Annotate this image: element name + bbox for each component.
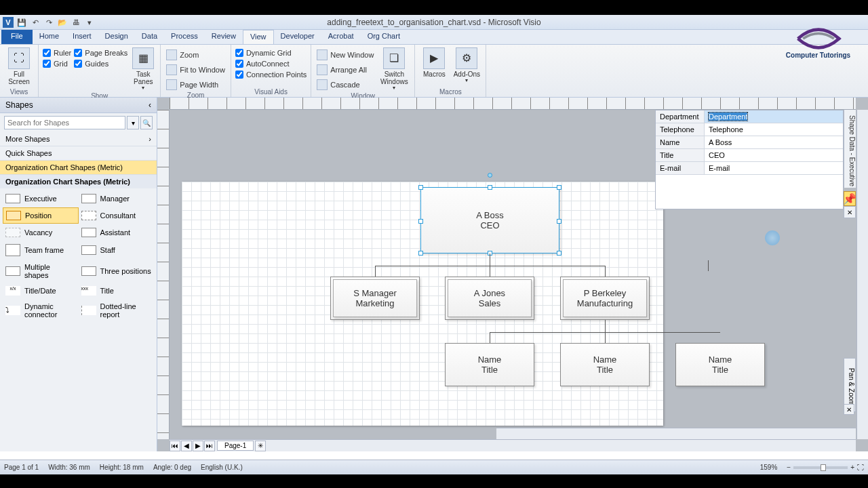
- pagebreaks-checkbox[interactable]: Page Breaks: [74, 49, 127, 57]
- page-width-button[interactable]: Page Width: [165, 79, 226, 91]
- tab-insert[interactable]: Insert: [66, 30, 98, 44]
- shapes-panel: Shapes ‹ ▾ 🔍 More Shapes› Quick Shapes O…: [0, 98, 157, 451]
- shape-data-window[interactable]: DepartmentDepartment TelephoneTelephone …: [655, 110, 844, 209]
- org-box-r3-2[interactable]: NameTitle: [560, 343, 650, 386]
- tab-home[interactable]: Home: [33, 30, 66, 44]
- task-panes-button[interactable]: ▦Task Panes▾: [130, 46, 156, 92]
- tab-orgchart[interactable]: Org Chart: [361, 30, 407, 44]
- print-icon[interactable]: 🖶: [71, 17, 81, 28]
- tab-developer[interactable]: Developer: [274, 30, 321, 44]
- shape-manager[interactable]: Manager: [79, 191, 155, 206]
- collapse-icon[interactable]: ‹: [149, 100, 151, 110]
- arrange-all-button[interactable]: Arrange All: [315, 64, 375, 76]
- cascade-button[interactable]: Cascade: [315, 79, 375, 91]
- shape-assistant[interactable]: Assistant: [79, 225, 155, 240]
- undo-icon[interactable]: ↶: [30, 17, 41, 28]
- stencil-selected-item[interactable]: Organization Chart Shapes (Metric): [0, 161, 157, 175]
- autoconnect-checkbox[interactable]: AutoConnect: [235, 60, 307, 68]
- horizontal-scrollbar[interactable]: [496, 428, 856, 439]
- connection-points-checkbox[interactable]: Connection Points: [235, 70, 307, 79]
- page-prev-button[interactable]: ◀: [181, 441, 192, 451]
- zoom-slider[interactable]: [793, 466, 848, 469]
- page-next-button[interactable]: ▶: [193, 441, 203, 451]
- sd-val-department[interactable]: Department: [705, 110, 843, 123]
- shape-position[interactable]: Position: [3, 207, 79, 224]
- org-box-r3-3[interactable]: NameTitle: [675, 343, 765, 386]
- shape-teamframe[interactable]: Team frame: [3, 241, 79, 259]
- shape-vacancy[interactable]: Vacancy: [3, 225, 79, 240]
- ribbon-tabs: File Home Insert Design Data Process Rev…: [0, 30, 868, 45]
- quick-shapes-item[interactable]: Quick Shapes: [0, 146, 157, 161]
- shapes-panel-header: Shapes ‹: [0, 98, 157, 113]
- sd-val-email[interactable]: E-mail: [705, 162, 843, 174]
- title-bar: V 💾 ↶ ↷ 📂 🖶 ▾ adding_freetext_to_organis…: [0, 15, 868, 30]
- close-icon[interactable]: ✕: [844, 206, 856, 218]
- newwindow-icon: [317, 49, 328, 60]
- shape-dynamic-connector[interactable]: ⤵Dynamic connector: [3, 300, 79, 321]
- guides-checkbox[interactable]: Guides: [74, 60, 127, 68]
- cursor-highlight: [765, 230, 780, 245]
- zoom-fit-icon[interactable]: ⛶: [857, 464, 864, 471]
- zoom-out-icon[interactable]: −: [787, 464, 791, 471]
- org-box-marketing[interactable]: S ManagerMarketing: [330, 277, 420, 320]
- tab-design[interactable]: Design: [98, 30, 135, 44]
- sd-val-name[interactable]: A Boss: [705, 136, 843, 148]
- org-box-sales[interactable]: A JonesSales: [445, 277, 534, 320]
- tab-acrobat[interactable]: Acrobat: [321, 30, 361, 44]
- zoom-in-icon[interactable]: +: [850, 464, 854, 471]
- sd-val-title[interactable]: CEO: [705, 149, 843, 161]
- shape-data-tab[interactable]: Shape Data - Executive: [844, 110, 856, 188]
- group-views-label: Views: [4, 87, 34, 97]
- shape-dotted-report[interactable]: Dotted-line report: [79, 300, 155, 321]
- more-shapes-item[interactable]: More Shapes›: [0, 132, 157, 146]
- pin-icon[interactable]: 📌: [844, 191, 856, 206]
- full-screen-button[interactable]: ⛶Full Screen: [4, 46, 34, 87]
- group-visualaids-label: Visual Aids: [235, 87, 307, 97]
- zoom-control[interactable]: − + ⛶: [787, 464, 864, 471]
- panzoom-close-icon[interactable]: ✕: [844, 404, 854, 415]
- page-first-button[interactable]: ⏮: [170, 441, 180, 451]
- shape-three-positions[interactable]: Three positions: [79, 260, 155, 282]
- dynamic-grid-checkbox[interactable]: Dynamic Grid: [235, 49, 307, 57]
- sd-val-telephone[interactable]: Telephone: [705, 123, 843, 136]
- search-button[interactable]: 🔍: [140, 116, 153, 129]
- org-boss-name: A Boss: [476, 210, 503, 220]
- drawing-page[interactable]: A Boss CEO S ManagerMarketing: [182, 182, 663, 426]
- page-last-button[interactable]: ⏭: [204, 441, 215, 451]
- fit-window-button[interactable]: Fit to Window: [165, 64, 226, 76]
- switch-windows-button[interactable]: ❏Switch Windows▾: [378, 46, 410, 92]
- save-icon[interactable]: 💾: [16, 17, 27, 28]
- grid-checkbox[interactable]: Grid: [43, 60, 71, 68]
- ruler-checkbox[interactable]: Ruler: [43, 49, 71, 57]
- open-icon[interactable]: 📂: [57, 17, 68, 28]
- new-window-button[interactable]: New Window: [315, 49, 375, 61]
- shape-titledate[interactable]: x/xTitle/Date: [3, 283, 79, 298]
- drawing-canvas[interactable]: A Boss CEO S ManagerMarketing: [170, 110, 856, 439]
- shape-executive[interactable]: Executive: [3, 191, 79, 206]
- tab-view[interactable]: View: [243, 30, 274, 44]
- org-box-manufacturing[interactable]: P BerkeleyManufacturing: [560, 277, 650, 320]
- shape-title[interactable]: xxxTitle: [79, 283, 155, 298]
- addons-button[interactable]: ⚙Add-Ons▾: [452, 46, 481, 87]
- qat-more-icon[interactable]: ▾: [84, 17, 95, 28]
- zoom-button[interactable]: Zoom: [165, 49, 226, 61]
- redo-icon[interactable]: ↷: [43, 17, 54, 28]
- org-boss-box[interactable]: A Boss CEO: [420, 187, 559, 253]
- shapes-search-input[interactable]: [4, 116, 125, 129]
- shape-consultant[interactable]: Consultant: [79, 207, 155, 224]
- status-zoom-value: 159%: [760, 464, 778, 471]
- macros-button[interactable]: ▶Macros: [419, 46, 449, 87]
- tab-data[interactable]: Data: [135, 30, 164, 44]
- tab-process[interactable]: Process: [164, 30, 205, 44]
- shape-staff[interactable]: Staff: [79, 241, 155, 259]
- tab-review[interactable]: Review: [205, 30, 243, 44]
- page-tab-1[interactable]: Page-1: [217, 441, 254, 451]
- vertical-scrollbar[interactable]: [856, 110, 868, 439]
- org-box-r3-1[interactable]: NameTitle: [445, 343, 534, 386]
- page-add-button[interactable]: ✳: [255, 441, 266, 451]
- tab-file[interactable]: File: [1, 30, 33, 44]
- shape-multiple[interactable]: Multiple shapes: [3, 260, 79, 282]
- search-dropdown-button[interactable]: ▾: [127, 116, 139, 129]
- arrange-icon: [317, 64, 328, 75]
- status-page: Page 1 of 1: [4, 464, 39, 471]
